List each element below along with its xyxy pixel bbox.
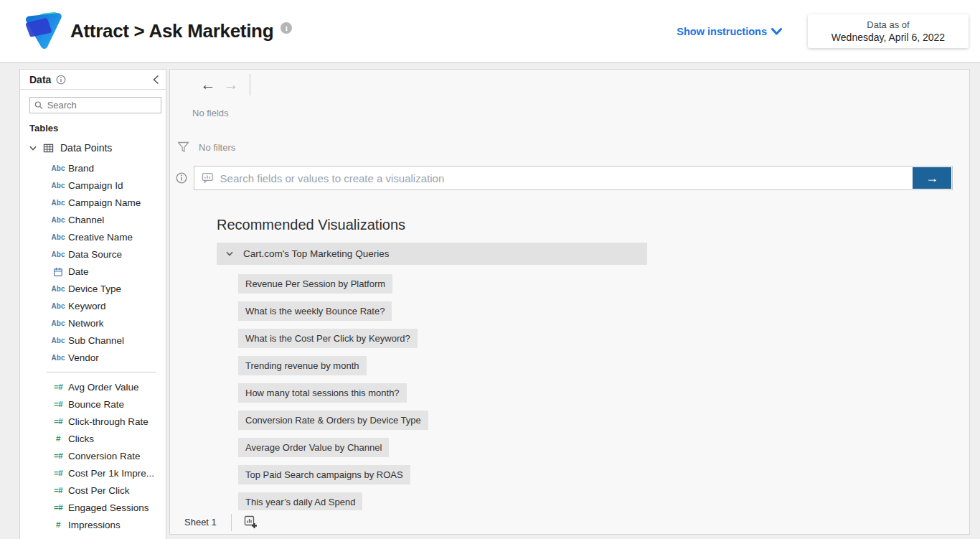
no-filters-label: No filters xyxy=(199,142,235,153)
query-chip[interactable]: Top Paid Search campaigns by ROAS xyxy=(238,465,410,484)
sidebar-search-input[interactable] xyxy=(47,100,156,111)
table-icon xyxy=(43,143,54,154)
calculated-number-icon: =# xyxy=(50,469,67,477)
field-label: Keyword xyxy=(68,301,106,311)
field-label: Device Type xyxy=(68,283,121,294)
field-item[interactable]: #Clicks xyxy=(20,430,166,447)
query-chip[interactable]: What is the Cost Per Click by Keyword? xyxy=(238,329,418,348)
data-pane-title: Data xyxy=(29,74,51,85)
chevron-down-icon xyxy=(771,28,782,35)
abc-icon: Abc xyxy=(50,319,67,327)
history-nav: ← → xyxy=(197,74,250,95)
field-item[interactable]: =#Engaged Sessions xyxy=(20,499,166,516)
field-item[interactable]: AbcVendor xyxy=(20,349,166,366)
ask-search-box[interactable]: → xyxy=(194,166,953,190)
filter-funnel-icon xyxy=(177,141,189,153)
field-item[interactable]: #Impressions xyxy=(20,516,166,533)
new-sheet-button[interactable] xyxy=(244,515,258,529)
query-chip[interactable]: Conversion Rate & Orders by Device Type xyxy=(238,411,428,430)
query-chip[interactable]: Trending revenue by month xyxy=(238,356,367,375)
field-item[interactable]: AbcBrand xyxy=(20,159,166,177)
field-item[interactable]: AbcSub Channel xyxy=(20,332,166,349)
field-item[interactable]: Date xyxy=(20,263,166,280)
title-info-icon[interactable]: i xyxy=(281,22,292,34)
field-item[interactable]: AbcCreative Name xyxy=(20,228,166,245)
data-as-of-label: Data as of xyxy=(826,19,950,30)
field-label: Bounce Rate xyxy=(68,399,124,410)
field-label: Campaign Name xyxy=(68,197,141,208)
app-header: Attract > Ask Marketing i Show instructi… xyxy=(0,0,980,63)
collapse-pane-icon[interactable] xyxy=(153,75,159,85)
recommended-query-list: Revenue Per Session by PlatformWhat is t… xyxy=(238,274,428,520)
field-item[interactable]: =#Conversion Rate xyxy=(20,447,166,464)
query-group-header[interactable]: Cart.com's Top Marketing Queries xyxy=(217,243,647,265)
abc-icon: Abc xyxy=(50,182,67,189)
sheet-tab[interactable]: Sheet 1 xyxy=(170,510,231,534)
toolbar-divider xyxy=(250,74,250,95)
show-instructions-label: Show instructions xyxy=(677,26,767,37)
field-item[interactable]: AbcCampaign Id xyxy=(20,177,166,194)
info-icon[interactable] xyxy=(176,172,187,184)
field-label: Sub Channel xyxy=(68,335,124,346)
cart-logo-icon xyxy=(23,11,63,52)
table-row-data-points[interactable]: Data Points xyxy=(29,142,166,154)
data-pane-header: Data xyxy=(20,70,166,90)
field-label: Impressions xyxy=(68,520,121,530)
data-as-of-date: Wednesday, April 6, 2022 xyxy=(826,32,950,43)
ask-data-canvas: ← → No fields No filters → Recomme xyxy=(169,69,970,535)
show-instructions-link[interactable]: Show instructions xyxy=(677,26,782,37)
field-item[interactable]: AbcChannel xyxy=(20,211,166,228)
back-arrow-button[interactable]: ← xyxy=(197,76,219,93)
field-item[interactable]: AbcCampaign Name xyxy=(20,194,166,211)
query-chip[interactable]: Revenue Per Session by Platform xyxy=(238,274,392,294)
calculated-number-icon: =# xyxy=(50,451,67,460)
query-chip[interactable]: This year’s daily Ad Spend xyxy=(238,492,362,512)
field-item[interactable]: AbcDevice Type xyxy=(20,280,166,297)
page-title: Attract > Ask Marketing xyxy=(70,20,273,42)
field-label: Brand xyxy=(68,163,94,174)
calculated-number-icon: =# xyxy=(50,400,67,408)
field-item[interactable]: #Orders xyxy=(20,533,166,539)
query-chip[interactable]: Average Order Value by Channel xyxy=(238,438,389,457)
field-label: Network xyxy=(68,318,104,329)
abc-icon: Abc xyxy=(50,354,67,362)
field-label: Campaign Id xyxy=(68,180,123,191)
number-icon: # xyxy=(50,434,67,443)
query-chip[interactable]: What is the weekly Bounce Rate? xyxy=(238,301,392,321)
field-item[interactable]: =#Cost Per 1k Impre... xyxy=(20,464,166,482)
table-name: Data Points xyxy=(60,142,112,154)
field-item[interactable]: =#Bounce Rate xyxy=(20,395,166,413)
field-label: Conversion Rate xyxy=(68,451,141,461)
field-label: Click-through Rate xyxy=(68,416,149,427)
field-label: Clicks xyxy=(68,433,94,444)
calculated-number-icon: =# xyxy=(50,383,67,391)
ask-search-input[interactable] xyxy=(220,172,909,184)
forward-arrow-button[interactable]: → xyxy=(220,76,242,93)
field-label: Cost Per Click xyxy=(68,485,130,496)
field-item[interactable]: =#Cost Per Click xyxy=(20,482,166,499)
field-label: Date xyxy=(68,266,89,277)
calculated-number-icon: =# xyxy=(50,417,67,426)
field-label: Engaged Sessions xyxy=(68,502,149,513)
field-item[interactable]: AbcNetwork xyxy=(20,314,166,332)
sheet-tab-bar: Sheet 1 xyxy=(170,510,969,534)
data-pane: Data Tables Data Points AbcBr xyxy=(19,69,166,539)
abc-icon: Abc xyxy=(50,337,67,345)
info-icon[interactable] xyxy=(56,75,66,85)
chevron-down-icon[interactable] xyxy=(29,146,37,151)
query-chip[interactable]: How many total sessions this month? xyxy=(238,383,407,403)
ask-search-row: → xyxy=(176,166,953,190)
field-item[interactable]: =#Avg Order Value xyxy=(20,378,166,395)
field-label: Creative Name xyxy=(68,232,133,243)
field-item[interactable]: AbcData Source xyxy=(20,245,166,263)
number-icon: # xyxy=(50,520,67,529)
tables-label: Tables xyxy=(29,123,166,133)
field-item[interactable]: =#Click-through Rate xyxy=(20,413,166,430)
abc-icon: Abc xyxy=(50,302,67,310)
submit-query-button[interactable]: → xyxy=(913,167,951,189)
abc-icon: Abc xyxy=(50,199,67,207)
abc-icon: Abc xyxy=(50,216,67,224)
field-item[interactable]: AbcKeyword xyxy=(20,297,166,314)
no-fields-label: No fields xyxy=(192,108,229,118)
sidebar-search-box[interactable] xyxy=(29,97,161,113)
